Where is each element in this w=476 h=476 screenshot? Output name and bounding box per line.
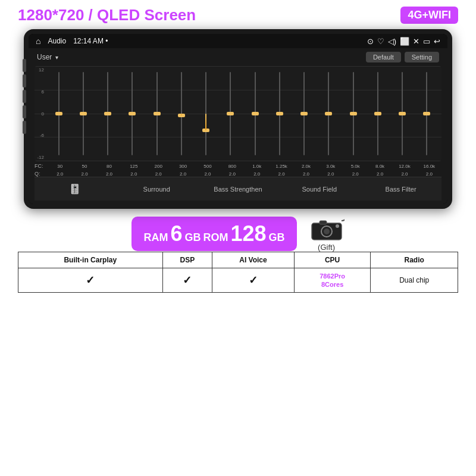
eq-slider-12[interactable] bbox=[353, 72, 354, 155]
svg-rect-3 bbox=[320, 221, 327, 224]
rom-label: ROM bbox=[203, 231, 228, 244]
tab-bass-filter[interactable]: Bass Filter bbox=[360, 181, 441, 198]
q-val-9: 2.0 bbox=[273, 171, 290, 177]
fc-val-10: 2.0k bbox=[298, 164, 314, 169]
eq-grid: 12 6 0 -6 -12 bbox=[35, 66, 441, 161]
eq-slider-7[interactable] bbox=[230, 72, 231, 155]
rom-unit: GB bbox=[269, 231, 285, 244]
q-val-6: 2.0 bbox=[199, 171, 216, 177]
q-label: Q: bbox=[35, 171, 48, 177]
fc-label: FC: bbox=[35, 163, 48, 169]
ram-value: 6 bbox=[170, 221, 182, 246]
fc-val-6: 500 bbox=[199, 164, 216, 169]
eq-slider-8[interactable] bbox=[255, 72, 256, 155]
eq-fc-row: FC: 3050801252003005008001.0k1.25k2.0k3.… bbox=[35, 163, 441, 169]
device-wrapper: ⌂ Audio 12:14 AM • ⊙ ♡ ◁) ⬜ ✕ ▭ ↩ bbox=[0, 29, 476, 209]
eq-slider-1[interactable] bbox=[83, 72, 84, 155]
features-value-row: ✓ ✓ ✓ 7862Pro8Cores Dual chip bbox=[18, 268, 458, 293]
header-carplay: Built-in Carplay bbox=[18, 252, 163, 268]
setting-button[interactable]: Setting bbox=[405, 52, 439, 62]
side-btn-2 bbox=[23, 74, 26, 87]
default-button[interactable]: Default bbox=[366, 52, 401, 62]
value-dsp: ✓ bbox=[162, 268, 212, 293]
eq-slider-10[interactable] bbox=[303, 72, 305, 155]
eq-slider-15[interactable] bbox=[426, 72, 427, 155]
tab-bass-strengthen[interactable]: Bass Strengthen bbox=[198, 181, 279, 198]
q-val-0: 2.0 bbox=[52, 171, 68, 177]
eq-slider-9[interactable] bbox=[279, 72, 280, 155]
header-radio: Radio bbox=[371, 252, 458, 268]
fc-values: 3050801252003005008001.0k1.25k2.0k3.0k5.… bbox=[48, 164, 441, 169]
side-btn-1 bbox=[23, 59, 26, 72]
eq-buttons: Default Setting bbox=[366, 52, 439, 62]
eq-slider-4[interactable] bbox=[156, 72, 158, 155]
fc-val-12: 5.0k bbox=[347, 164, 364, 169]
q-val-11: 2.0 bbox=[322, 171, 339, 177]
q-val-14: 2.0 bbox=[396, 171, 413, 177]
svg-point-2 bbox=[324, 228, 330, 234]
location-icon: ⊙ bbox=[367, 37, 374, 46]
fc-val-2: 80 bbox=[101, 164, 117, 169]
preset-label: User bbox=[37, 53, 52, 61]
eq-slider-5[interactable] bbox=[181, 72, 182, 155]
fc-val-3: 125 bbox=[126, 164, 142, 169]
q-val-2: 2.0 bbox=[101, 171, 117, 177]
q-val-13: 2.0 bbox=[372, 171, 389, 177]
tab-eq[interactable]: 🎚️ bbox=[35, 178, 116, 199]
status-bar: ⌂ Audio 12:14 AM • ⊙ ♡ ◁) ⬜ ✕ ▭ ↩ bbox=[29, 34, 447, 48]
value-radio: Dual chip bbox=[371, 268, 458, 293]
q-val-8: 2.0 bbox=[249, 171, 265, 177]
memory-row: RAM 6 GB ROM 128 GB (Gift) bbox=[18, 216, 458, 252]
tab-sound-field[interactable]: Sound Field bbox=[278, 181, 360, 198]
eq-q-row: Q: 2.02.02.02.02.02.02.02.02.02.02.02.02… bbox=[35, 171, 441, 177]
q-val-7: 2.0 bbox=[224, 171, 240, 177]
top-banner: 1280*720 / QLED Screen 4G+WIFI bbox=[0, 0, 476, 29]
fc-val-13: 8.0k bbox=[372, 164, 389, 169]
eq-icon: 🎚️ bbox=[37, 183, 114, 195]
device-outer: ⌂ Audio 12:14 AM • ⊙ ♡ ◁) ⬜ ✕ ▭ ↩ bbox=[24, 29, 452, 209]
fc-val-0: 30 bbox=[52, 164, 68, 169]
eq-slider-2[interactable] bbox=[107, 72, 108, 155]
eq-bottom-tabs: 🎚️ Surround Bass Strengthen Sound Field … bbox=[35, 177, 441, 201]
fc-val-7: 800 bbox=[224, 164, 240, 169]
device-screen: ⌂ Audio 12:14 AM • ⊙ ♡ ◁) ⬜ ✕ ▭ ↩ bbox=[29, 34, 447, 204]
side-btn-3 bbox=[23, 90, 26, 103]
tab-surround[interactable]: Surround bbox=[116, 181, 198, 198]
header-dsp: DSP bbox=[162, 252, 212, 268]
status-icons: ⊙ ♡ ◁) ⬜ ✕ ▭ ↩ bbox=[367, 37, 440, 46]
header-ai-voice: AI Voice bbox=[212, 252, 295, 268]
ram-unit: GB bbox=[184, 231, 201, 244]
eq-slider-13[interactable] bbox=[377, 72, 378, 155]
user-dropdown[interactable]: User ▾ bbox=[37, 53, 58, 61]
eq-slider-0[interactable] bbox=[58, 72, 60, 155]
app-title: Audio bbox=[48, 37, 66, 45]
eq-slider-14[interactable] bbox=[402, 72, 403, 155]
q-val-4: 2.0 bbox=[150, 171, 167, 177]
eq-slider-3[interactable] bbox=[131, 72, 133, 155]
close-icon: ✕ bbox=[413, 37, 419, 46]
q-val-1: 2.0 bbox=[76, 171, 93, 177]
fc-val-9: 1.25k bbox=[273, 164, 290, 169]
window-icon: ▭ bbox=[423, 37, 430, 46]
eq-slider-6[interactable] bbox=[205, 72, 206, 155]
value-cpu: 7862Pro8Cores bbox=[294, 268, 371, 293]
home-icon[interactable]: ⌂ bbox=[36, 36, 40, 46]
fc-val-1: 50 bbox=[76, 164, 93, 169]
value-carplay: ✓ bbox=[18, 268, 163, 293]
status-time: 12:14 AM • bbox=[73, 37, 108, 45]
fc-val-14: 12.0k bbox=[396, 164, 413, 169]
camera-icon: ⬜ bbox=[400, 37, 409, 46]
fc-val-8: 1.0k bbox=[249, 164, 265, 169]
q-val-3: 2.0 bbox=[126, 171, 142, 177]
eq-slider-11[interactable] bbox=[328, 72, 329, 155]
gift-area: (Gift) bbox=[309, 216, 345, 252]
back-icon: ↩ bbox=[434, 37, 440, 46]
ram-rom-badge: RAM 6 GB ROM 128 GB bbox=[131, 217, 296, 251]
side-btn-5 bbox=[23, 121, 26, 134]
q-val-10: 2.0 bbox=[298, 171, 314, 177]
fc-val-15: 16.0k bbox=[421, 164, 437, 169]
volume-icon: ◁) bbox=[388, 37, 396, 46]
dropdown-arrow-icon: ▾ bbox=[55, 54, 58, 61]
screen-spec-title: 1280*720 / QLED Screen bbox=[18, 6, 196, 24]
ram-label: RAM bbox=[143, 231, 168, 244]
